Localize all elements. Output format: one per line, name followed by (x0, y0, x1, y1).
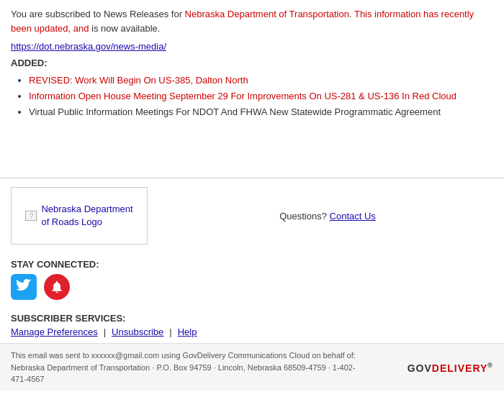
gov-text: GOV (408, 362, 432, 373)
added-label: ADDED: (11, 58, 493, 68)
intro-text-before: You are subscribed to News Releases for (11, 9, 185, 19)
help-link[interactable]: Help (178, 327, 197, 337)
item-revised-prefix: REVISED: (29, 75, 75, 86)
logo-alt-text: Nebraska Department of Roads Logo (41, 203, 132, 229)
intro-text-continue: is now available. (89, 23, 160, 34)
list-item: Information Open House Meeting September… (29, 88, 493, 104)
twitter-icon[interactable] (11, 274, 37, 300)
subscriber-services-section: SUBSCRIBER SERVICES: Manage Preferences … (0, 310, 504, 343)
list-item: REVISED: Work Will Begin On US-385, Dalt… (29, 73, 493, 88)
logo-broken-image: ? Nebraska Department of Roads Logo (25, 203, 132, 229)
contact-us-link[interactable]: Contact Us (330, 211, 376, 222)
divider-2: | (169, 327, 171, 337)
added-items-list: REVISED: Work Will Begin On US-385, Dalt… (29, 73, 493, 120)
subscriber-links-row: Manage Preferences | Unsubscribe | Help (11, 327, 493, 337)
item-2-text: Information Open House Meeting September… (29, 91, 456, 101)
social-icons-row (11, 274, 493, 300)
stay-connected-section: STAY CONNECTED: (0, 253, 504, 310)
questions-section: Questions? Contact Us (162, 211, 493, 222)
logo-container: ? Nebraska Department of Roads Logo (11, 187, 148, 245)
item-3-text: Virtual Public Information Meetings For … (29, 106, 441, 117)
manage-preferences-link[interactable]: Manage Preferences (11, 327, 98, 337)
divider-1: | (104, 327, 106, 337)
stay-connected-label: STAY CONNECTED: (11, 259, 493, 270)
bell-notification-icon[interactable] (44, 274, 70, 300)
unsubscribe-link[interactable]: Unsubscribe (112, 327, 163, 337)
org-name: Nebraska Department of Transportation (185, 9, 349, 19)
intro-paragraph: You are subscribed to News Releases for … (11, 7, 493, 35)
intro-text-period: . (349, 9, 354, 19)
news-media-link[interactable]: https://dot.nebraska.gov/news-media/ (11, 41, 166, 52)
list-item: Virtual Public Information Meetings For … (29, 104, 493, 120)
questions-text: Questions? (279, 211, 327, 222)
main-content: You are subscribed to News Releases for … (0, 0, 504, 134)
footer-bottom: This email was sent to xxxxxx@gmail.com … (0, 343, 504, 391)
trademark-symbol: ® (487, 362, 493, 369)
delivery-text: DELIVERY (432, 362, 488, 373)
subscriber-label: SUBSCRIBER SERVICES: (11, 313, 493, 324)
footer-top: ? Nebraska Department of Roads Logo Ques… (0, 178, 504, 253)
govdelivery-logo: GOVDELIVERY® (408, 362, 493, 374)
footer-bottom-text: This email was sent to xxxxxx@gmail.com … (11, 350, 356, 385)
item-1-text: Work Will Begin On US-385, Dalton North (75, 75, 248, 86)
